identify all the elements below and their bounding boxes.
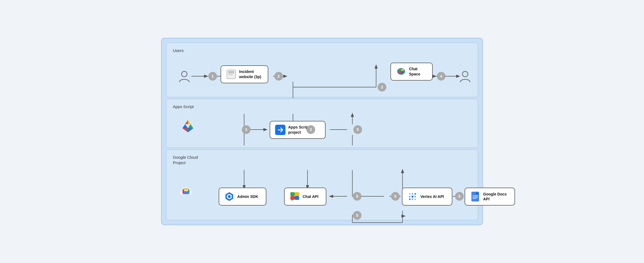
lane-apps-script: Apps Script	[166, 99, 478, 148]
diagram-container: Users	[161, 38, 483, 225]
gcp-logo	[178, 185, 194, 198]
svg-rect-12	[228, 72, 234, 72]
vertex-ai-box: Vertex AI API	[402, 188, 452, 206]
user-right-icon	[459, 70, 471, 83]
svg-rect-65	[471, 192, 479, 201]
apps-script-project-box: Apps Script project	[270, 121, 326, 139]
badge-3-admin: 3	[242, 125, 251, 134]
svg-point-57	[409, 196, 411, 197]
lane-google-cloud-label: Google Cloud Project	[173, 155, 471, 165]
lane-apps-script-label: Apps Script	[173, 104, 471, 109]
incident-website-box: Incident website (3p)	[221, 65, 268, 83]
badge-1: 1	[208, 72, 217, 81]
lane-users: Users	[166, 43, 478, 97]
svg-point-61	[412, 198, 413, 200]
badge-5-bottom: 5	[353, 211, 362, 220]
badge-3-users: 3	[378, 83, 386, 91]
svg-point-59	[414, 196, 416, 197]
chat-api-box: Chat API	[284, 188, 326, 206]
svg-rect-19	[401, 69, 404, 71]
svg-rect-48	[290, 192, 295, 196]
admin-sdk-box: Admin SDK	[219, 188, 266, 206]
svg-point-23	[462, 71, 468, 77]
lane-users-label: Users	[173, 48, 471, 53]
lane-google-cloud: Google Cloud Project	[166, 149, 478, 220]
svg-rect-21	[401, 71, 404, 73]
svg-rect-13	[228, 73, 234, 74]
badge-2: 2	[274, 72, 283, 81]
badge-4: 4	[437, 72, 446, 81]
apps-script-logo	[181, 119, 195, 133]
badge-3-chat: 3	[306, 125, 315, 134]
svg-point-55	[412, 193, 413, 195]
svg-rect-66	[473, 195, 478, 196]
svg-rect-11	[227, 70, 236, 79]
svg-rect-50	[290, 196, 295, 200]
badge-5-right: 5	[353, 125, 362, 134]
svg-rect-68	[473, 198, 476, 199]
svg-rect-14	[228, 75, 233, 75]
badge-5-chatapi: 5	[353, 192, 362, 201]
google-docs-box: Google Docs API	[465, 188, 515, 206]
svg-rect-67	[473, 197, 478, 197]
svg-point-10	[182, 71, 187, 77]
svg-rect-49	[295, 192, 299, 196]
svg-rect-18	[398, 69, 401, 71]
user-left-icon	[178, 70, 190, 83]
badge-5-docs: 5	[455, 192, 464, 201]
chat-space-box: Chat Space	[390, 63, 433, 81]
badge-5-vertex-top: 5	[391, 192, 400, 201]
svg-rect-51	[295, 196, 299, 200]
svg-rect-20	[398, 71, 401, 73]
